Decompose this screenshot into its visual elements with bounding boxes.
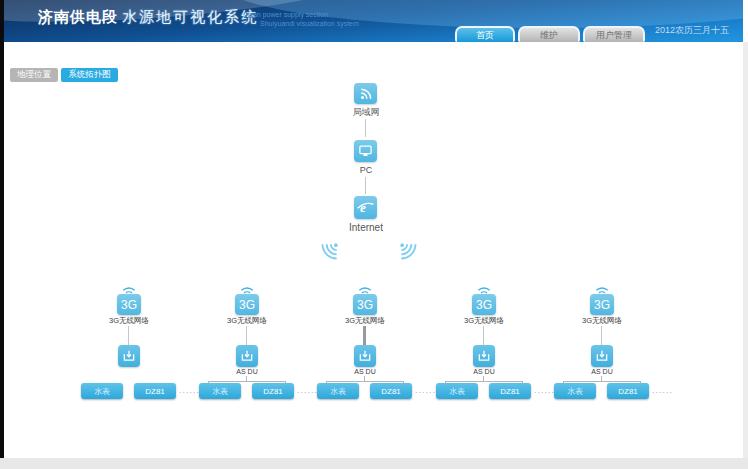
asdu-device-label: AS DU	[306, 368, 424, 375]
asdu-device-icon	[591, 345, 613, 367]
pc-label: PC	[336, 165, 396, 175]
connector-3g-device	[128, 326, 129, 346]
wifi-small-icon	[121, 283, 137, 293]
wifi-small-icon	[594, 283, 610, 293]
branch-2: 3G 3G无线网络 AS DU 水表 DZ81 ......	[188, 283, 306, 408]
tab-home[interactable]: 首页	[455, 26, 515, 42]
header-banner: 济南供电段 水源地可视化系统 Jinan power supply sectio…	[4, 0, 743, 42]
main-nav-tabs: 首页 维护 用户管理	[455, 26, 648, 42]
asdu-device-label: AS DU	[425, 368, 543, 375]
dz81-button[interactable]: DZ81	[370, 383, 412, 399]
water-meter-button[interactable]: 水表	[317, 383, 359, 399]
3g-network-label: 3G无线网络	[70, 316, 188, 326]
dz81-button[interactable]: DZ81	[134, 383, 176, 399]
3g-network-label: 3G无线网络	[425, 316, 543, 326]
branch-3: 3G 3G无线网络 AS DU 水表 DZ81 ......	[306, 283, 424, 408]
3g-network-node: 3G	[117, 294, 141, 315]
3g-network-node: 3G	[353, 294, 377, 315]
app-subtitle-en: Jinan power supply section Shuiyuandi vi…	[244, 10, 359, 28]
wifi-small-icon	[239, 283, 255, 293]
3g-network-label: 3G无线网络	[188, 316, 306, 326]
asdu-device-icon	[118, 345, 140, 367]
app-window: 济南供电段 水源地可视化系统 Jinan power supply sectio…	[0, 0, 748, 469]
dz81-button[interactable]: DZ81	[607, 383, 649, 399]
3g-network-label: 3G无线网络	[306, 316, 424, 326]
app-subtitle-line2: Shuiyuandi visualization system	[260, 19, 359, 28]
lan-icon	[354, 83, 377, 104]
dz81-button[interactable]: DZ81	[252, 383, 294, 399]
3g-network-label: 3G无线网络	[543, 316, 661, 326]
connector-3g-device	[246, 326, 247, 346]
app-subtitle-line1: Jinan power supply section	[244, 10, 359, 19]
tab-maintenance[interactable]: 维护	[518, 26, 580, 42]
wireless-wave-left-icon	[320, 241, 340, 261]
3g-network-node: 3G	[235, 294, 259, 315]
connector-pc-internet	[365, 177, 366, 194]
water-meter-button[interactable]: 水表	[81, 383, 123, 399]
water-meter-button[interactable]: 水表	[199, 383, 241, 399]
right-frame-strip	[743, 42, 748, 458]
branch-4: 3G 3G无线网络 AS DU 水表 DZ81 ......	[425, 283, 543, 408]
3g-network-node: 3G	[472, 294, 496, 315]
water-meter-button[interactable]: 水表	[436, 383, 478, 399]
wireless-wave-right-icon	[398, 241, 418, 261]
3g-network-node: 3G	[590, 294, 614, 315]
dz81-button[interactable]: DZ81	[489, 383, 531, 399]
asdu-device-label: AS DU	[188, 368, 306, 375]
asdu-device-icon	[354, 345, 376, 367]
connector-3g-device	[363, 326, 366, 346]
connector-lan-pc	[365, 119, 366, 137]
svg-text:e: e	[360, 200, 366, 215]
bottom-frame-strip	[0, 458, 748, 469]
left-frame-strip	[0, 0, 4, 458]
monitor-glyph	[358, 144, 373, 158]
pc-icon	[354, 140, 377, 162]
wifi-small-icon	[357, 283, 373, 293]
lan-label: 局域网	[336, 106, 396, 119]
internet-label: Internet	[331, 222, 401, 233]
tab-user-management[interactable]: 用户管理	[583, 26, 645, 42]
asdu-device-label: AS DU	[543, 368, 661, 375]
connector-3g-device	[483, 326, 484, 346]
lunar-date-text: 2012农历三月十五	[655, 24, 729, 37]
connector-3g-device	[601, 326, 602, 346]
wifi-small-icon	[476, 283, 492, 293]
rss-signal-glyph	[359, 87, 373, 101]
app-title-org: 济南供电段	[38, 8, 118, 25]
branch-5: 3G 3G无线网络 AS DU 水表 DZ81 ......	[543, 283, 661, 408]
system-topology-button[interactable]: 系统拓扑图	[61, 68, 118, 82]
internet-icon: e	[354, 196, 377, 219]
ie-e-glyph: e	[356, 198, 375, 217]
app-title: 济南供电段 水源地可视化系统	[38, 8, 258, 27]
asdu-device-icon	[236, 345, 258, 367]
water-meter-button[interactable]: 水表	[554, 383, 596, 399]
ellipsis-dots: ......	[652, 385, 673, 395]
branch-1: 3G 3G无线网络 水表 DZ81 ......	[70, 283, 188, 408]
asdu-device-icon	[473, 345, 495, 367]
app-title-system: 水源地可视化系统	[122, 8, 258, 25]
geographic-location-button[interactable]: 地理位置	[10, 68, 58, 82]
